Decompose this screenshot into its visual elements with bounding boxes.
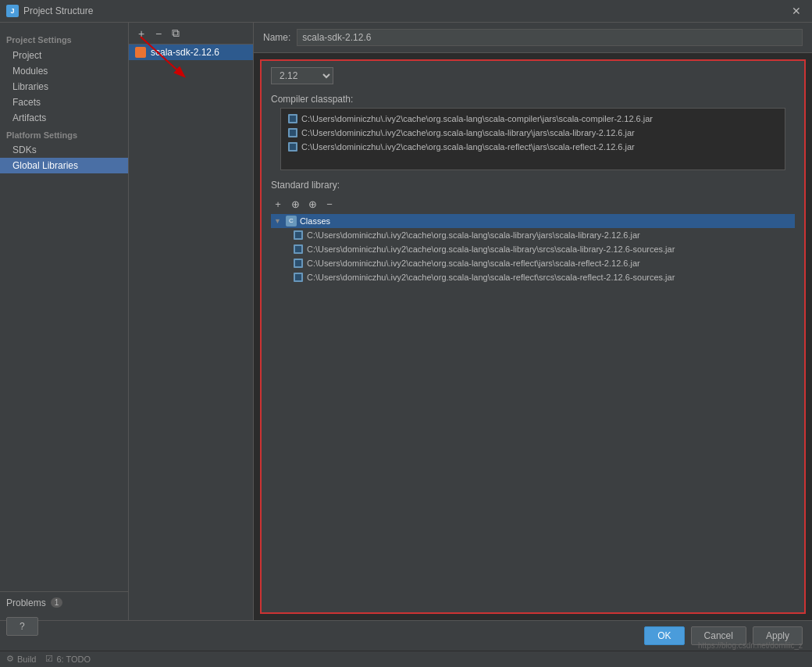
standard-library-section: Standard library: + ⊕ ⊕ − ▼ C Classes [262, 177, 804, 612]
add-dir-button[interactable]: ⊕ [288, 197, 302, 211]
watermark: https://blog.csdn.net/domliic_z [698, 641, 803, 650]
jar-icon [293, 258, 304, 269]
add-std-button[interactable]: + [271, 197, 285, 211]
todo-icon: ☑ [45, 654, 53, 664]
problems-badge: 1 [51, 597, 63, 608]
name-row: Name: [254, 23, 812, 53]
version-row: 2.12 2.11 2.10 [262, 61, 804, 91]
classes-label: Classes [300, 216, 330, 226]
left-panel: + − ⧉ scala-sdk-2.12.6 [129, 23, 254, 619]
jar-icon [293, 272, 304, 283]
sidebar-item-problems[interactable]: Problems 1 [0, 595, 128, 611]
sidebar-item-artifacts[interactable]: Artifacts [0, 110, 128, 126]
compiler-jar-1[interactable]: C:\Users\dominiczhu\.ivy2\cache\org.scal… [284, 112, 782, 126]
class-jar-4[interactable]: C:\Users\dominiczhu\.ivy2\cache\org.scal… [271, 270, 795, 284]
version-select[interactable]: 2.12 2.11 2.10 [271, 67, 333, 84]
window-title: Project Structure [23, 5, 93, 16]
sidebar-item-project[interactable]: Project [0, 48, 128, 63]
jar-icon [287, 113, 298, 124]
compiler-jar-3[interactable]: C:\Users\dominiczhu\.ivy2\cache\org.scal… [284, 140, 782, 154]
sidebar-item-sdks[interactable]: SDKs [0, 142, 128, 158]
sidebar-item-modules[interactable]: Modules [0, 63, 128, 79]
todo-label: 6: TODO [56, 655, 91, 664]
name-input[interactable] [297, 29, 803, 46]
compiler-classpath-label: Compiler classpath: [262, 91, 804, 108]
content-area: Name: 2.12 2.11 2.10 Compiler classpath: [254, 23, 812, 619]
class-jar-2[interactable]: C:\Users\dominiczhu\.ivy2\cache\org.scal… [271, 242, 795, 256]
status-bar: ⚙ Build ☑ 6: TODO https://blog.csdn.net/… [0, 651, 812, 667]
name-label: Name: [263, 32, 290, 43]
classpath-list-container: C:\Users\dominiczhu\.ivy2\cache\org.scal… [280, 108, 785, 170]
build-label: Build [17, 655, 36, 664]
classes-tree-node[interactable]: ▼ C Classes [271, 214, 795, 228]
help-button-container: ? [6, 617, 38, 636]
scala-icon [135, 47, 146, 58]
title-bar: J Project Structure ✕ [0, 0, 812, 23]
jar-icon [287, 141, 298, 152]
help-button[interactable]: ? [6, 617, 38, 636]
left-panel-toolbar: + − ⧉ [129, 23, 253, 45]
remove-std-button[interactable]: − [322, 197, 337, 211]
add-library-button[interactable]: + [134, 26, 149, 41]
jar-icon [293, 244, 304, 255]
sidebar: Project Settings Project Modules Librari… [0, 23, 129, 619]
platform-settings-label: Platform Settings [0, 126, 128, 142]
copy-library-button[interactable]: ⧉ [168, 26, 183, 41]
bottom-bar: ? OK Cancel Apply [0, 620, 812, 651]
sidebar-item-libraries[interactable]: Libraries [0, 79, 128, 95]
compiler-classpath-container: C:\Users\dominiczhu\.ivy2\cache\org.scal… [271, 108, 795, 170]
sdk-panel: 2.12 2.11 2.10 Compiler classpath: C:\Us… [260, 59, 806, 613]
standard-library-label: Standard library: [262, 177, 804, 194]
jar-icon [293, 230, 304, 241]
tree-arrow-icon: ▼ [274, 217, 281, 225]
classpath-list: C:\Users\dominiczhu\.ivy2\cache\org.scal… [281, 109, 785, 157]
sidebar-item-facets[interactable]: Facets [0, 95, 128, 110]
class-jar-3[interactable]: C:\Users\dominiczhu\.ivy2\cache\org.scal… [271, 256, 795, 270]
project-settings-label: Project Settings [0, 29, 128, 48]
sdk-list-item[interactable]: scala-sdk-2.12.6 [129, 45, 253, 60]
jar-icon [287, 127, 298, 138]
build-status-item[interactable]: ⚙ Build [6, 654, 36, 664]
close-button[interactable]: ✕ [787, 3, 806, 19]
add-src-button[interactable]: ⊕ [305, 197, 319, 211]
main-layout: Project Settings Project Modules Librari… [0, 23, 812, 619]
remove-library-button[interactable]: − [151, 26, 166, 41]
sdk-name: scala-sdk-2.12.6 [151, 47, 219, 58]
ok-button[interactable]: OK [644, 626, 684, 645]
sidebar-bottom: Problems 1 [0, 591, 128, 614]
sidebar-item-global-libraries[interactable]: Global Libraries [0, 158, 128, 173]
todo-status-item[interactable]: ☑ 6: TODO [45, 654, 91, 664]
build-icon: ⚙ [6, 654, 14, 664]
app-icon: J [6, 5, 19, 17]
classes-icon: C [286, 216, 297, 226]
class-jar-1[interactable]: C:\Users\dominiczhu\.ivy2\cache\org.scal… [271, 228, 795, 242]
compiler-jar-2[interactable]: C:\Users\dominiczhu\.ivy2\cache\org.scal… [284, 126, 782, 140]
std-lib-toolbar: + ⊕ ⊕ − [262, 194, 804, 214]
std-lib-list: ▼ C Classes C:\Users\dominiczhu\.ivy2\ca… [262, 214, 804, 612]
